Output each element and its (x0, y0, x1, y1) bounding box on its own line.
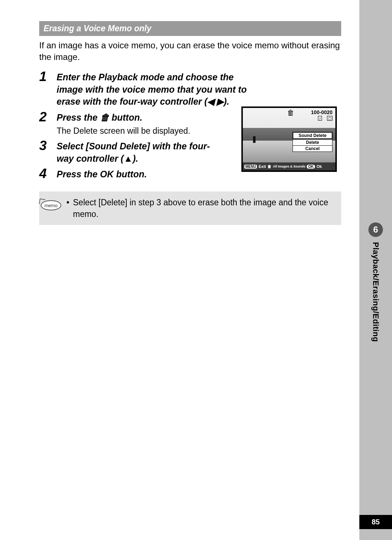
menu-option-cancel: Cancel (293, 145, 332, 152)
right-gutter: 6 Playback/Erasing/Editing 85 (359, 0, 392, 540)
all-images-label: All Images & Sounds (273, 165, 306, 168)
lcd-screenshot: 🗑 100-0020 ♪ ▢ Sound Delete Delete Cance… (241, 106, 337, 172)
step-title: Enter the Playback mode and choose the i… (57, 71, 253, 108)
memo-label: memo (41, 200, 61, 210)
trash-icon: 🗑 (287, 109, 294, 116)
step-number: 4 (39, 167, 57, 180)
step-title: Select [Sound Delete] with the four-way … (57, 140, 216, 165)
chapter-title: Playback/Erasing/Editing (371, 242, 380, 342)
step-title: Press the OK button. (57, 168, 216, 181)
step-subtext: The Delete screen will be displayed. (57, 125, 216, 137)
menu-chip: MENU (244, 165, 257, 169)
bullet-icon: • (66, 197, 73, 220)
chapter-number: 6 (368, 222, 383, 237)
step-number: 1 (39, 70, 57, 83)
step-number: 3 (39, 139, 57, 152)
page-number: 85 (359, 515, 392, 529)
memo-note: memo • Select [Delete] in step 3 above t… (39, 192, 341, 225)
lcd-status-bar: MENU Exit 🗑 All Images & Sounds OK Ok (243, 162, 335, 170)
lcd-menu: Sound Delete Delete Cancel (293, 132, 332, 152)
memo-icon: memo (39, 197, 63, 210)
file-number: 100-0020 (311, 109, 332, 115)
step-1: 1 Enter the Playback mode and choose the… (39, 70, 341, 108)
memo-text: • Select [Delete] in step 3 above to era… (66, 197, 335, 220)
menu-option-sound-delete: Sound Delete (293, 132, 332, 139)
lcd-corner-icons: ♪ ▢ (318, 116, 332, 121)
intro-text: If an image has a voice memo, you can er… (39, 40, 341, 63)
ok-chip: OK (307, 165, 315, 169)
manual-page: Erasing a Voice Memo only If an image ha… (0, 0, 359, 540)
image-icon: ▢ (327, 116, 332, 121)
menu-option-delete: Delete (293, 139, 332, 145)
exit-label: Exit (258, 164, 266, 169)
trash-icon: 🗑 (268, 164, 271, 169)
ok-label: Ok (317, 164, 322, 169)
step-title: Press the 🗑 button. (57, 112, 216, 124)
chapter-tab: 6 Playback/Erasing/Editing (359, 222, 392, 342)
memo-body: Select [Delete] in step 3 above to erase… (73, 197, 335, 220)
lcd-bg-person (253, 136, 256, 143)
step-number: 2 (39, 110, 57, 124)
section-header: Erasing a Voice Memo only (39, 21, 341, 36)
sound-icon: ♪ (318, 116, 322, 121)
